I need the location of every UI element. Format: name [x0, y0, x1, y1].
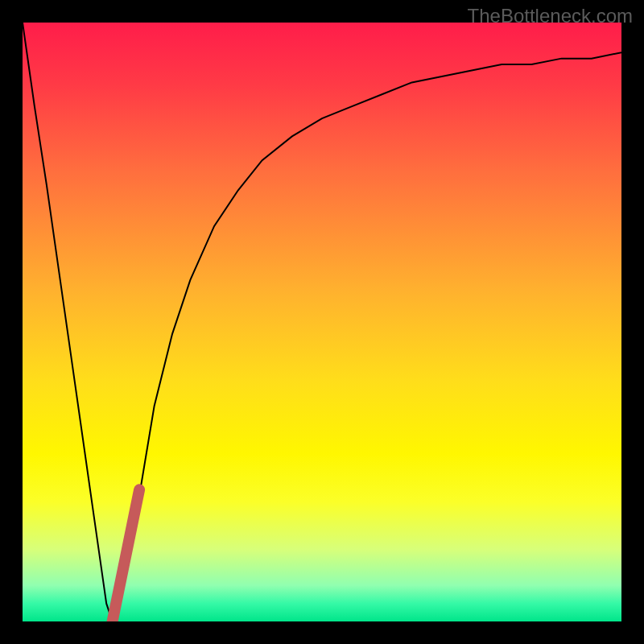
- gradient-background: [23, 23, 621, 621]
- plot-svg: [23, 23, 621, 621]
- plot-area: [23, 23, 621, 621]
- chart-frame: TheBottleneck.com: [0, 0, 644, 644]
- attribution-text: TheBottleneck.com: [468, 5, 633, 27]
